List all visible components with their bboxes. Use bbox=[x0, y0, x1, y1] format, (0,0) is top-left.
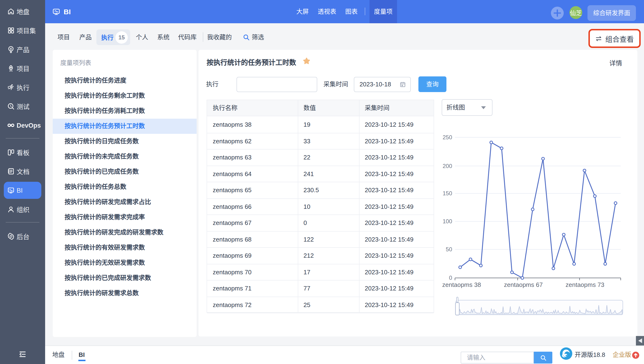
svg-text:zentaopms 38: zentaopms 38 bbox=[442, 281, 481, 288]
svg-text:zentaopms 67: zentaopms 67 bbox=[504, 281, 543, 288]
svg-text:250: 250 bbox=[443, 134, 452, 140]
svg-text:200: 200 bbox=[443, 163, 452, 169]
svg-text:zentaopms 73: zentaopms 73 bbox=[566, 281, 604, 288]
svg-text:0: 0 bbox=[449, 274, 452, 281]
svg-text:150: 150 bbox=[443, 190, 452, 196]
svg-text:100: 100 bbox=[443, 218, 452, 224]
svg-text:50: 50 bbox=[446, 246, 452, 252]
